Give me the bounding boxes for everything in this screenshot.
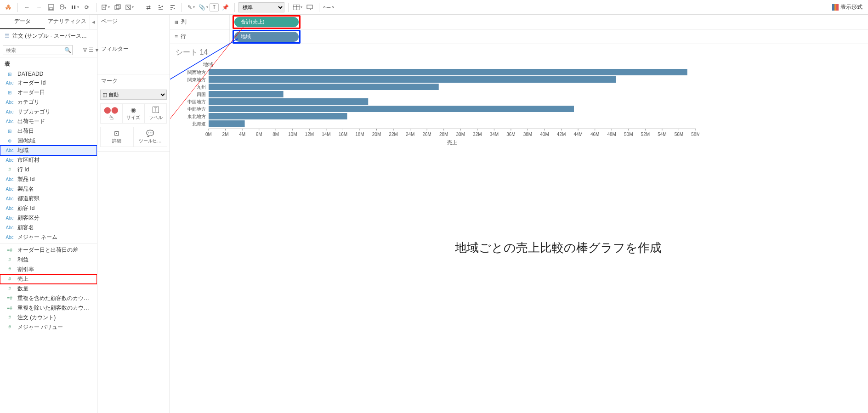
field-name: 注文 (カウント): [17, 314, 92, 322]
label-button[interactable]: 🅃ラベル: [144, 103, 167, 124]
view-icon[interactable]: ☰: [89, 46, 94, 54]
field-type-icon: =#: [5, 296, 15, 301]
detail-button[interactable]: ⊡詳細: [100, 127, 134, 147]
svg-text:+: +: [103, 6, 105, 9]
svg-point-2: [60, 5, 64, 6]
size-button[interactable]: ◉サイズ: [122, 103, 145, 124]
collapse-arrow[interactable]: ◀: [90, 15, 97, 29]
field-item[interactable]: Abc製品名: [0, 184, 97, 194]
field-item[interactable]: Abc製品 Id: [0, 175, 97, 184]
bar[interactable]: [209, 98, 368, 105]
bar[interactable]: [209, 76, 616, 83]
field-item[interactable]: Abc顧客区分: [0, 213, 97, 223]
field-type-icon: #: [5, 286, 15, 291]
swap-button[interactable]: ⇄: [143, 2, 154, 13]
field-item[interactable]: =#重複を除いた顧客数のカウント: [0, 303, 97, 313]
bar[interactable]: [209, 113, 347, 119]
new-datasource-button[interactable]: [57, 2, 68, 13]
sort-desc-button[interactable]: [167, 2, 178, 13]
columns-pill-sum-sales[interactable]: 合計(売上): [234, 17, 299, 27]
columns-shelf[interactable]: 合計(売上): [230, 15, 868, 29]
field-item[interactable]: #利益: [0, 255, 97, 265]
back-button[interactable]: ←: [22, 2, 33, 13]
share-button[interactable]: ⚬─⚬: [323, 2, 334, 13]
pause-updates-button[interactable]: [69, 2, 80, 13]
rows-shelf[interactable]: 地域: [230, 30, 868, 44]
tab-analytics[interactable]: アナリティクス: [45, 15, 90, 29]
field-item[interactable]: =#オーダー日と出荷日の差: [0, 245, 97, 255]
datasource-row[interactable]: ☰ 注文 (サンプル - スーパース…: [0, 29, 97, 43]
field-item[interactable]: #売上: [0, 274, 97, 284]
field-item[interactable]: ⊕国/地域: [0, 136, 97, 146]
field-item[interactable]: #数量: [0, 284, 97, 294]
filters-shelf[interactable]: フィルター: [97, 42, 170, 56]
field-item[interactable]: Abc地域: [0, 146, 97, 155]
field-item[interactable]: =#重複を含めた顧客数のカウント: [0, 294, 97, 303]
svg-text:32M: 32M: [473, 132, 482, 137]
mark-type-select[interactable]: ◫ 自動: [100, 90, 167, 100]
field-type-icon: #: [5, 257, 15, 262]
bar[interactable]: [209, 120, 245, 127]
bar[interactable]: [209, 84, 439, 90]
duplicate-button[interactable]: [112, 2, 123, 13]
bar[interactable]: [209, 106, 574, 112]
size-icon: ◉: [130, 106, 136, 113]
presentation-button[interactable]: [304, 2, 315, 13]
show-me-button[interactable]: 表示形式: [829, 3, 865, 11]
color-button[interactable]: ⬤⬤色: [100, 103, 123, 124]
field-item[interactable]: Abc都道府県: [0, 194, 97, 204]
pin-button[interactable]: 📌: [220, 2, 231, 13]
field-item[interactable]: #メジャー バリュー: [0, 322, 97, 332]
field-item[interactable]: #注文 (カウント): [0, 313, 97, 322]
search-input[interactable]: [3, 45, 73, 55]
refresh-button[interactable]: ⟳: [81, 2, 92, 13]
field-name: メジャー バリュー: [17, 323, 92, 331]
bar-chart[interactable]: 関西地方関東地方九州四国中国地方中部地方東北地方北海道0M2M4M6M8M10M…: [176, 69, 699, 147]
svg-text:26M: 26M: [422, 132, 431, 137]
field-item[interactable]: Abc顧客 Id: [0, 204, 97, 213]
field-item[interactable]: #行 Id: [0, 165, 97, 175]
rows-pill-region[interactable]: 地域: [234, 32, 299, 42]
columns-icon: iii: [175, 19, 178, 25]
field-item[interactable]: #割引率: [0, 265, 97, 274]
logo-icon[interactable]: ⁂: [3, 2, 14, 13]
svg-text:4M: 4M: [239, 132, 245, 137]
filter-icon[interactable]: ∇: [83, 46, 87, 54]
field-name: オーダー Id: [17, 79, 92, 87]
sort-asc-button[interactable]: [155, 2, 166, 13]
pages-shelf[interactable]: ページ: [97, 15, 170, 28]
group-button[interactable]: 📎: [198, 2, 209, 13]
highlight-button[interactable]: ✎: [186, 2, 197, 13]
sheet-title[interactable]: シート 14: [170, 44, 868, 61]
field-item[interactable]: ⊞出荷日: [0, 126, 97, 136]
field-item[interactable]: Abcオーダー Id: [0, 78, 97, 88]
format-button[interactable]: [292, 2, 303, 13]
new-worksheet-button[interactable]: +: [100, 2, 111, 13]
field-item[interactable]: Abcカテゴリ: [0, 97, 97, 107]
field-item[interactable]: Abc市区町村: [0, 155, 97, 165]
tooltip-button[interactable]: 💬ツールヒ…: [133, 127, 167, 147]
field-item[interactable]: Abcメジャー ネーム: [0, 232, 97, 242]
field-item[interactable]: Abcサブカテゴリ: [0, 107, 97, 117]
field-name: 顧客名: [17, 224, 92, 232]
svg-text:30M: 30M: [456, 132, 465, 137]
svg-rect-4: [74, 6, 75, 9]
field-name: 製品 Id: [17, 175, 92, 183]
tab-data[interactable]: データ: [0, 15, 45, 29]
field-item[interactable]: ⊞オーダー日: [0, 88, 97, 97]
save-button[interactable]: [45, 2, 57, 13]
field-item[interactable]: Abc顧客名: [0, 223, 97, 232]
text-button[interactable]: T: [210, 3, 219, 11]
field-name: 顧客 Id: [17, 204, 92, 212]
field-type-icon: #: [5, 277, 15, 282]
clear-button[interactable]: [124, 2, 135, 13]
bar[interactable]: [209, 91, 284, 97]
field-item[interactable]: ⊞DATEADD: [0, 70, 97, 78]
forward-button[interactable]: →: [34, 2, 45, 13]
data-pane: データ アナリティクス ◀ ☰ 注文 (サンプル - スーパース… 🔍 ∇ ☰ …: [0, 15, 97, 413]
field-name: 重複を除いた顧客数のカウント: [17, 304, 92, 312]
fit-select[interactable]: 標準: [238, 2, 284, 12]
search-icon[interactable]: 🔍: [64, 47, 71, 53]
bar[interactable]: [209, 69, 687, 75]
field-item[interactable]: Abc出荷モード: [0, 117, 97, 126]
